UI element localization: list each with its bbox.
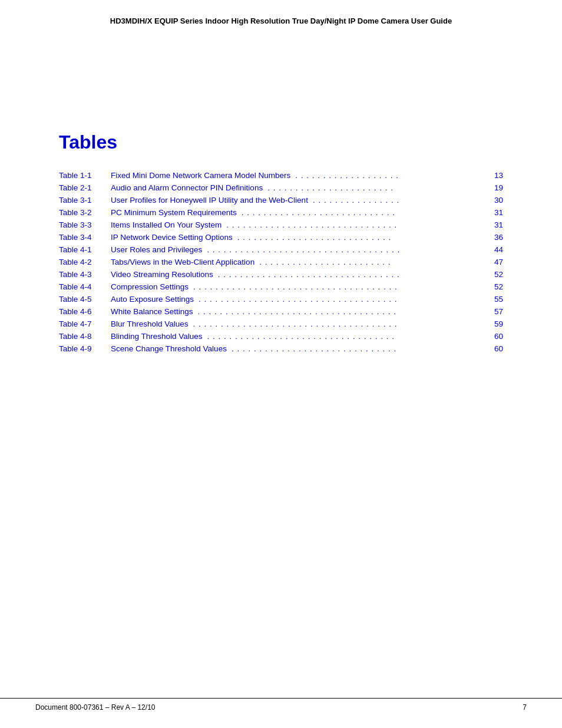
toc-title-text: Audio and Alarm Connector PIN Definition… <box>111 183 263 192</box>
toc-label[interactable]: Table 4-1 <box>59 245 106 254</box>
toc-title-text: Auto Exposure Settings <box>111 295 194 304</box>
toc-dots: . . . . . . . . . . . . . . . . . . . <box>295 171 489 180</box>
toc-label[interactable]: Table 1-1 <box>59 171 106 180</box>
toc-label[interactable]: Table 4-7 <box>59 319 106 328</box>
toc-dots: . . . . . . . . . . . . . . . . . . . . … <box>193 319 489 328</box>
toc-label[interactable]: Table 4-6 <box>59 307 106 316</box>
toc-title-link[interactable]: User Roles and Privileges. . . . . . . .… <box>111 245 503 254</box>
toc-dots: . . . . . . . . . . . . . . . . . . . . … <box>199 295 489 304</box>
toc-title-link[interactable]: Items Installed On Your System. . . . . … <box>111 220 503 229</box>
toc-dots: . . . . . . . . . . . . . . . . <box>313 196 489 205</box>
toc-dots: . . . . . . . . . . . . . . . . . . . . … <box>218 270 489 279</box>
page-content: Tables Table 1-1Fixed Mini Dome Network … <box>0 25 562 404</box>
toc-item: Table 3-2PC Minimum System Requirements.… <box>59 208 503 217</box>
toc-item: Table 4-4Compression Settings. . . . . .… <box>59 282 503 291</box>
toc-dots: . . . . . . . . . . . . . . . . . . . . … <box>198 307 489 316</box>
toc-page: 57 <box>491 307 503 316</box>
toc-dots: . . . . . . . . . . . . . . . . . . . . … <box>242 208 489 217</box>
toc-title-text: IP Network Device Setting Options <box>111 233 233 242</box>
toc-item: Table 2-1Audio and Alarm Connector PIN D… <box>59 183 503 192</box>
toc-item: Table 4-7Blur Threshold Values. . . . . … <box>59 319 503 328</box>
toc-label[interactable]: Table 3-3 <box>59 220 106 229</box>
toc-dots: . . . . . . . . . . . . . . . . . . . . … <box>193 282 489 291</box>
toc-list: Table 1-1Fixed Mini Dome Network Camera … <box>59 171 503 353</box>
toc-label[interactable]: Table 3-4 <box>59 233 106 242</box>
toc-title-text: White Balance Settings <box>111 307 193 316</box>
toc-page: 30 <box>491 196 503 205</box>
toc-item: Table 4-1User Roles and Privileges. . . … <box>59 245 503 254</box>
toc-item: Table 3-4IP Network Device Setting Optio… <box>59 233 503 242</box>
toc-item: Table 3-3Items Installed On Your System.… <box>59 220 503 229</box>
toc-title-text: PC Minimum System Requirements <box>111 208 237 217</box>
toc-label[interactable]: Table 4-4 <box>59 282 106 291</box>
footer-right: 7 <box>523 703 527 711</box>
toc-title-link[interactable]: IP Network Device Setting Options. . . .… <box>111 233 503 242</box>
toc-title-text: Fixed Mini Dome Network Camera Model Num… <box>111 171 290 180</box>
toc-label[interactable]: Table 4-9 <box>59 344 106 353</box>
toc-title-link[interactable]: PC Minimum System Requirements. . . . . … <box>111 208 503 217</box>
header-title: HD3MDIH/X EQUIP Series Indoor High Resol… <box>110 17 452 25</box>
toc-title-text: Blinding Threshold Values <box>111 332 203 341</box>
toc-title-text: Scene Change Threshold Values <box>111 344 227 353</box>
toc-title-text: Compression Settings <box>111 282 189 291</box>
toc-page: 44 <box>491 245 503 254</box>
toc-page: 52 <box>491 282 503 291</box>
toc-page: 60 <box>491 344 503 353</box>
toc-page: 19 <box>491 183 503 192</box>
section-title: Tables <box>59 131 503 153</box>
toc-label[interactable]: Table 4-5 <box>59 295 106 304</box>
toc-title-link[interactable]: Scene Change Threshold Values. . . . . .… <box>111 344 503 353</box>
toc-dots: . . . . . . . . . . . . . . . . . . . . … <box>207 332 489 341</box>
toc-title-text: User Roles and Privileges <box>111 245 202 254</box>
toc-item: Table 4-3Video Streaming Resolutions. . … <box>59 270 503 279</box>
toc-item: Table 4-9Scene Change Threshold Values. … <box>59 344 503 353</box>
toc-title-link[interactable]: Tabs/Views in the Web-Client Application… <box>111 258 503 266</box>
toc-title-link[interactable]: Blur Threshold Values. . . . . . . . . .… <box>111 319 503 328</box>
toc-title-link[interactable]: User Profiles for Honeywell IP Utility a… <box>111 196 503 205</box>
toc-title-link[interactable]: Video Streaming Resolutions. . . . . . .… <box>111 270 503 279</box>
toc-dots: . . . . . . . . . . . . . . . . . . . . … <box>207 245 489 254</box>
toc-page: 36 <box>491 233 503 242</box>
toc-title-link[interactable]: Auto Exposure Settings. . . . . . . . . … <box>111 295 503 304</box>
toc-item: Table 3-1User Profiles for Honeywell IP … <box>59 196 503 205</box>
toc-title-link[interactable]: Compression Settings. . . . . . . . . . … <box>111 282 503 291</box>
footer-left: Document 800-07361 – Rev A – 12/10 <box>35 703 155 711</box>
toc-title-text: User Profiles for Honeywell IP Utility a… <box>111 196 308 205</box>
toc-page: 52 <box>491 270 503 279</box>
toc-dots: . . . . . . . . . . . . . . . . . . . . … <box>237 233 489 242</box>
toc-item: Table 4-5Auto Exposure Settings. . . . .… <box>59 295 503 304</box>
toc-dots: . . . . . . . . . . . . . . . . . . . . … <box>259 258 489 266</box>
toc-page: 13 <box>491 171 503 180</box>
toc-title-text: Items Installed On Your System <box>111 220 222 229</box>
toc-label[interactable]: Table 3-2 <box>59 208 106 217</box>
toc-dots: . . . . . . . . . . . . . . . . . . . . … <box>232 344 489 353</box>
toc-label[interactable]: Table 4-8 <box>59 332 106 341</box>
toc-page: 55 <box>491 295 503 304</box>
toc-title-text: Tabs/Views in the Web-Client Application <box>111 258 254 266</box>
toc-item: Table 4-8Blinding Threshold Values. . . … <box>59 332 503 341</box>
toc-page: 47 <box>491 258 503 266</box>
page-header: HD3MDIH/X EQUIP Series Indoor High Resol… <box>0 0 562 25</box>
toc-title-text: Video Streaming Resolutions <box>111 270 213 279</box>
toc-label[interactable]: Table 4-3 <box>59 270 106 279</box>
toc-title-link[interactable]: Audio and Alarm Connector PIN Definition… <box>111 183 503 192</box>
toc-page: 60 <box>491 332 503 341</box>
toc-item: Table 1-1Fixed Mini Dome Network Camera … <box>59 171 503 180</box>
toc-label[interactable]: Table 2-1 <box>59 183 106 192</box>
toc-title-link[interactable]: White Balance Settings. . . . . . . . . … <box>111 307 503 316</box>
toc-label[interactable]: Table 3-1 <box>59 196 106 205</box>
toc-dots: . . . . . . . . . . . . . . . . . . . . … <box>267 183 489 192</box>
toc-label[interactable]: Table 4-2 <box>59 258 106 266</box>
toc-dots: . . . . . . . . . . . . . . . . . . . . … <box>226 220 489 229</box>
toc-page: 31 <box>491 208 503 217</box>
toc-title-link[interactable]: Blinding Threshold Values. . . . . . . .… <box>111 332 503 341</box>
toc-item: Table 4-6White Balance Settings. . . . .… <box>59 307 503 316</box>
toc-title-link[interactable]: Fixed Mini Dome Network Camera Model Num… <box>111 171 503 180</box>
page-footer: Document 800-07361 – Rev A – 12/10 7 <box>0 698 562 711</box>
toc-item: Table 4-2Tabs/Views in the Web-Client Ap… <box>59 258 503 266</box>
toc-page: 31 <box>491 220 503 229</box>
toc-title-text: Blur Threshold Values <box>111 319 189 328</box>
toc-page: 59 <box>491 319 503 328</box>
